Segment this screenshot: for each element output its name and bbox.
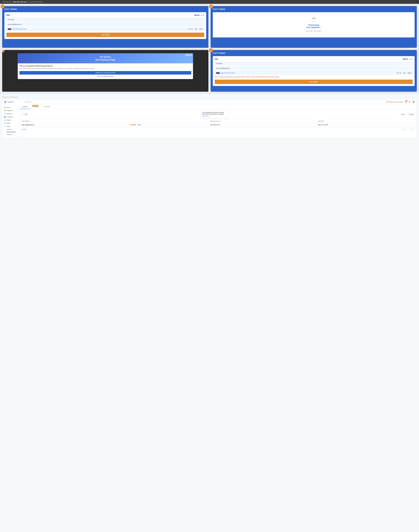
step-1-zip: 42424 (199, 28, 203, 30)
step-4-title: FAST FORMS (213, 52, 415, 54)
row-created: Feb 29, 1:17 PM (318, 124, 399, 126)
steps-grid: 1 FAST FORMS PRO $35.00 / month Aunt May… (0, 4, 419, 94)
step-3-card: 3 FAST F... CANCEL 3D SecureTest Payment… (2, 50, 209, 92)
step-4-card-number: 4000 0025 0000 3155 (221, 72, 235, 74)
step-3-amount-text: This is a test payment of $35.00 using 3… (19, 65, 191, 67)
dashboard-shell: ▦ Tutorials ▾ 🔍 Search... 📢 Feedback abo… (2, 99, 417, 138)
export-button[interactable]: ↗ Export (407, 113, 415, 116)
step-2-processing-sub: Please wait a few minutes! (306, 30, 321, 32)
step-4-plan-price: $35.00 / month (403, 58, 413, 60)
sidebar-label-home: Home (7, 106, 10, 108)
learn-more-link[interactable]: Learn more → (202, 115, 226, 117)
filter-icon: ▽ (23, 114, 24, 115)
dashboard-logo-icon: ▦ (4, 101, 6, 103)
sidebar-item-billing[interactable]: 🧾 Billing (2, 125, 20, 128)
tab-scheduled[interactable]: TEST DATA Scheduled (30, 105, 41, 109)
step-1-plan-price: $35.00 / month (194, 14, 204, 16)
next-button[interactable]: Next (409, 128, 415, 131)
step-1-plan-name: PRO (6, 14, 10, 16)
action-buttons: + New ↗ Export (399, 113, 415, 116)
feedback-button[interactable]: 📢 Feedback about this page? (387, 101, 403, 103)
sidebar-label-billing: Billing (7, 126, 10, 127)
sidebar-sub-products[interactable]: Products (2, 133, 20, 136)
step-4-visa-badge: VISA (216, 72, 220, 74)
tab-canceled[interactable]: Canceled (41, 105, 52, 109)
fail-auth-button[interactable]: FAIL AUTHENTICATION (19, 76, 191, 77)
sidebar-item-home[interactable]: 🏠 Home (2, 106, 20, 109)
step-1-name-field[interactable]: Aunt May (6, 18, 204, 21)
dashboard-logo-label: Tutorials (7, 101, 13, 103)
step-2-card: 2 FAST FORMS Processingyour payment... P… (210, 6, 417, 48)
subscriptions-table: CUSTOMER ⇅ PRICING PLAN ⇅ CREATED aunt.m… (20, 120, 417, 127)
sidebar-label-radar: Radar (7, 122, 10, 124)
col-header-customer: CUSTOMER ⇅ (22, 120, 129, 122)
customers-icon: 👤 (4, 116, 6, 118)
tab-current[interactable]: Current (20, 105, 30, 109)
sidebar-sub-invoices[interactable]: Invoices (2, 128, 20, 131)
tooltip-link-label: Learn more → (202, 115, 210, 117)
step-4-card: 4 FAST FORMS PRO $35.00 / month Aunt May… (210, 50, 417, 92)
step-1-card-field[interactable]: VISA 4000 0025 0000 3155 04 / 24 242 424… (6, 27, 204, 31)
step-4-cvc: 242 (403, 72, 406, 74)
notifications-button[interactable]: 🔔 1 (404, 100, 407, 103)
row-customer-email: aunt.may@email.com (22, 124, 129, 126)
step-4-form: PRO $35.00 / month Aunt May aunt.may@ema… (213, 56, 415, 86)
step-4-pay-button[interactable]: PAY NOW (215, 80, 413, 84)
step-4-name-field[interactable]: Aunt May (215, 62, 413, 65)
sidebar-item-balances[interactable]: ⚖️ Balances (2, 112, 20, 115)
step-1-cvc: 242 (195, 28, 197, 30)
dashboard-logo-area: ▦ Tutorials ▾ (4, 101, 22, 103)
test-data-badge: TEST DATA (32, 105, 39, 106)
account-button[interactable]: 👤 (412, 100, 415, 103)
step-4-card-field[interactable]: VISA 4000 0025 0000 3155 04 / 24 242 424… (215, 71, 413, 75)
pagination-buttons: Previous Next (401, 128, 415, 131)
billing-icon: 🧾 (4, 126, 6, 127)
complete-auth-button[interactable]: COMPLETE AUTHENTICATION (19, 71, 191, 75)
sort-customer-icon[interactable]: ⇅ (30, 121, 31, 122)
table-header: CUSTOMER ⇅ PRICING PLAN ⇅ CREATED (20, 120, 417, 123)
sidebar-sub-subscriptions[interactable]: Subscriptions (2, 131, 20, 133)
row-status-badges: Incomplete Auto (129, 124, 210, 126)
sort-plan-icon[interactable]: ⇅ (220, 121, 221, 122)
col-header-actions (399, 120, 415, 122)
step-4-zip: 42424 (407, 72, 411, 74)
header-actions: 📢 Feedback about this page? 🔔 1 ? 👤 (387, 100, 415, 103)
search-box[interactable]: 🔍 Search... (23, 100, 385, 104)
step-3-description: In live mode, customers will be asked to… (19, 68, 191, 69)
sidebar-item-payments[interactable]: 💳 Payments (2, 109, 20, 112)
step-1-plan-row: PRO $35.00 / month (6, 14, 204, 16)
sidebar-item-reports[interactable]: 📊 Reports (2, 119, 20, 122)
previous-button[interactable]: Previous (401, 128, 409, 131)
help-button[interactable]: ? (408, 100, 411, 103)
dashboard-main: Current TEST DATA Scheduled Canceled ▽ F… (20, 105, 417, 138)
step-1-title: FAST FORMS (4, 8, 206, 11)
expiry-tooltip: This subscription will expire tomorrow u… (200, 110, 228, 118)
banner-action: FAIL AUTHENTICATION (27, 1, 43, 3)
step-4-number: 4 (209, 48, 213, 52)
dashboard-body: 🏠 Home 💳 Payments ⚖️ Balances 👤 Customer… (2, 105, 417, 138)
row-actions-menu[interactable]: ··· (399, 124, 415, 126)
step-1-pay-button[interactable]: PAY NOW (6, 33, 204, 37)
test-banner: TESTING 3DS: 4000 0025 0000 3155 FAIL AU… (0, 0, 419, 4)
sidebar-item-radar[interactable]: 📡 Radar (2, 122, 20, 125)
step-4-error-message: We are unable to authenticate your payme… (215, 76, 413, 78)
row-plan: Fast Forms • Pro (210, 124, 318, 126)
step-3-modal-title: 3D SecureTest Payment Page (20, 55, 191, 61)
sidebar-label-reports: Reports (7, 119, 11, 121)
step-3-cancel-button[interactable]: CANCEL (185, 54, 192, 56)
step-4-email-field[interactable]: aunt.may@email.com (215, 66, 413, 70)
search-icon: 🔍 (25, 101, 26, 103)
badge-auto: Auto (137, 124, 141, 126)
dashboard-section: STRIPE DASHBOARD ▦ Tutorials ▾ 🔍 Search.… (0, 94, 419, 139)
step-1-email-field[interactable]: aunt.may@email.com (6, 23, 204, 26)
results-row: 1 result Previous Next (20, 127, 417, 132)
sidebar-label-payments: Payments (7, 110, 13, 111)
filter-button[interactable]: ▽ Filter (22, 113, 29, 116)
step-1-expiry: 04 / 24 (189, 28, 193, 30)
chevron-down-icon: ▾ (13, 101, 14, 103)
balances-icon: ⚖️ (4, 113, 6, 115)
new-button[interactable]: + New (399, 113, 406, 116)
loading-spinner (312, 18, 316, 22)
sidebar-item-customers[interactable]: 👤 Customers (2, 115, 20, 119)
table-row: aunt.may@email.com Incomplete Auto Fast … (20, 123, 417, 127)
